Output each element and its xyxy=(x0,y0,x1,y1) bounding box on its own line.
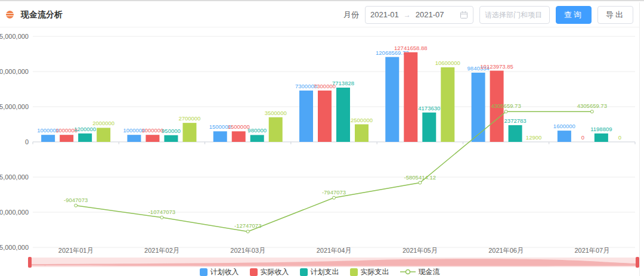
legend-swatch-icon xyxy=(300,268,308,276)
svg-text:2372783: 2372783 xyxy=(504,117,527,124)
legend-label: 现金流 xyxy=(419,267,440,276)
datazoom-left-handle[interactable] xyxy=(28,257,32,268)
svg-text:4173630: 4173630 xyxy=(418,105,440,111)
chart-legend: 计划收入实际收入计划支出实际支出现金流 xyxy=(0,267,639,276)
svg-text:10,000,000: 10,000,000 xyxy=(0,68,29,75)
svg-text:2021年06月: 2021年06月 xyxy=(488,247,524,254)
datazoom-shadow xyxy=(30,258,637,267)
date-range-picker[interactable]: 2021-01 → 2021-07 xyxy=(365,6,473,24)
legend-line-marker-icon xyxy=(400,268,416,276)
svg-text:10123973.85: 10123973.85 xyxy=(480,63,513,70)
svg-text:-12747073: -12747073 xyxy=(234,222,261,229)
legend-item[interactable]: 现金流 xyxy=(400,267,440,276)
svg-text:-15,000,000: -15,000,000 xyxy=(0,244,29,251)
legend-item[interactable]: 实际收入 xyxy=(250,267,289,276)
legend-item[interactable]: 实际支出 xyxy=(350,267,389,276)
svg-text:-5805414.12: -5805414.12 xyxy=(404,174,436,181)
svg-text:2021年05月: 2021年05月 xyxy=(402,247,438,254)
svg-text:-10,000,000: -10,000,000 xyxy=(0,209,29,216)
calendar-icon xyxy=(460,11,468,19)
date-range-arrow-icon: → xyxy=(404,11,411,19)
svg-text:0: 0 xyxy=(581,134,584,141)
svg-text:-10747073: -10747073 xyxy=(148,209,175,215)
date-end-value[interactable]: 2021-07 xyxy=(416,10,444,19)
svg-text:-7947073: -7947073 xyxy=(322,189,346,196)
svg-text:12741658.88: 12741658.88 xyxy=(394,45,427,51)
page-header: 现金流分析 月份 2021-01 → 2021-07 查询 导出 xyxy=(0,2,639,27)
svg-text:3500000: 3500000 xyxy=(265,110,287,116)
legend-swatch-icon xyxy=(250,268,258,276)
svg-text:2500000: 2500000 xyxy=(351,117,373,123)
date-start-value[interactable]: 2021-01 xyxy=(370,10,399,19)
svg-text:0: 0 xyxy=(618,134,621,141)
svg-text:-9047073: -9047073 xyxy=(64,197,88,203)
svg-text:2021年01月: 2021年01月 xyxy=(58,247,94,254)
svg-text:1000000: 1000000 xyxy=(141,127,163,134)
legend-item[interactable]: 计划收入 xyxy=(200,267,239,276)
svg-text:980000: 980000 xyxy=(247,127,267,134)
export-button[interactable]: 导出 xyxy=(597,6,633,24)
svg-text:4305659.73: 4305659.73 xyxy=(577,103,607,109)
svg-text:950000: 950000 xyxy=(162,128,181,134)
svg-text:2021年02月: 2021年02月 xyxy=(144,247,179,254)
legend-swatch-icon xyxy=(200,268,208,276)
app-icon xyxy=(6,11,14,18)
svg-text:1200000: 1200000 xyxy=(74,126,96,132)
svg-text:1198809: 1198809 xyxy=(590,126,612,132)
legend-label: 计划收入 xyxy=(210,267,239,276)
svg-text:7713828: 7713828 xyxy=(332,80,354,86)
svg-text:12900: 12900 xyxy=(526,134,541,141)
svg-text:2021年04月: 2021年04月 xyxy=(317,247,352,254)
month-label: 月份 xyxy=(343,10,359,20)
datazoom-slider[interactable] xyxy=(30,258,637,267)
svg-text:-5,000,000: -5,000,000 xyxy=(0,173,29,181)
svg-text:1600000: 1600000 xyxy=(553,123,575,129)
svg-text:5,000,000: 5,000,000 xyxy=(0,103,29,110)
page-title: 现金流分析 xyxy=(21,10,63,20)
svg-text:1500000: 1500000 xyxy=(228,123,250,130)
department-project-input[interactable] xyxy=(479,6,550,24)
svg-text:2021年07月: 2021年07月 xyxy=(574,247,609,254)
svg-text:2700000: 2700000 xyxy=(178,115,200,122)
svg-text:10600000: 10600000 xyxy=(435,60,460,66)
query-button[interactable]: 查询 xyxy=(556,6,592,24)
legend-label: 实际收入 xyxy=(261,267,289,276)
header-toolbar: 月份 2021-01 → 2021-07 查询 导出 xyxy=(343,6,633,24)
legend-item[interactable]: 计划支出 xyxy=(300,267,339,276)
svg-text:2000000: 2000000 xyxy=(92,120,114,126)
svg-text:0: 0 xyxy=(25,138,29,145)
legend-swatch-icon xyxy=(350,268,358,276)
cashflow-chart: 15,000,00010,000,0005,000,0000-5,000,000… xyxy=(0,27,644,258)
svg-text:15,000,000: 15,000,000 xyxy=(0,33,29,40)
legend-label: 实际支出 xyxy=(361,267,389,276)
svg-text:2021年03月: 2021年03月 xyxy=(230,247,265,254)
svg-text:4305659.73: 4305659.73 xyxy=(491,103,521,109)
legend-label: 计划支出 xyxy=(311,267,339,276)
right-gutter xyxy=(639,2,644,276)
